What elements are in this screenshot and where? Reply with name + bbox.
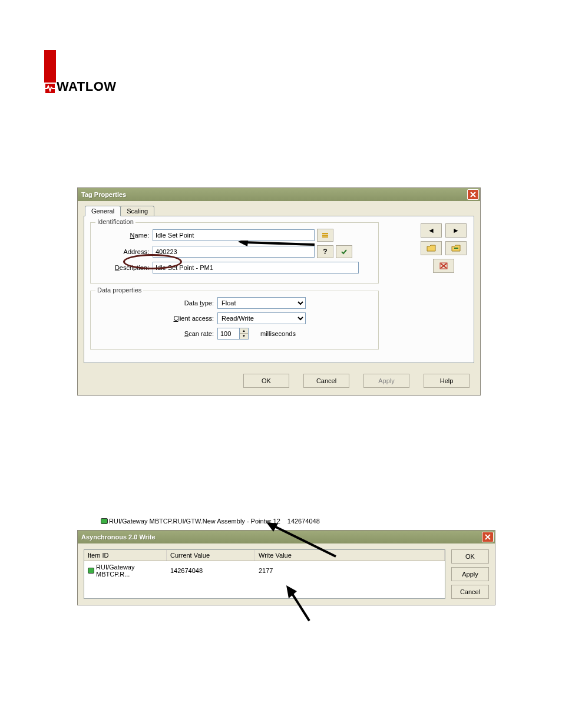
async-write-dialog: Asynchronous 2.0 Write Item ID Current V… (77, 530, 495, 605)
data-properties-legend: Data properties (95, 286, 143, 294)
dialog-title: Tag Properties (81, 191, 126, 198)
tab-general[interactable]: General (85, 206, 121, 216)
tree-path: RUI/Gateway MBTCP.RUI/GTW.New Assembly -… (109, 518, 280, 525)
cell-write-value[interactable]: 2177 (255, 562, 445, 579)
name-hint-button[interactable] (317, 229, 333, 242)
svg-line-3 (244, 242, 315, 245)
col-current-value[interactable]: Current Value (167, 550, 255, 561)
tag-icon (88, 568, 94, 574)
tag-properties-dialog: Tag Properties General Scaling Identific… (77, 187, 481, 396)
cell-current-value: 142674048 (167, 562, 255, 579)
triangle-right-icon: ► (452, 226, 459, 235)
address-help-button[interactable]: ? (317, 245, 333, 258)
write-list: Item ID Current Value Write Value RUI/Ga… (84, 549, 445, 599)
tab-panel-general: Identification Name: Address: ? (84, 216, 474, 363)
name-input[interactable] (153, 229, 315, 241)
close-button[interactable] (467, 189, 479, 200)
list-row[interactable]: RUI/Gateway MBTCP.R... 142674048 2177 (84, 561, 445, 580)
svg-rect-2 (322, 236, 328, 238)
dialog2-title: Asynchronous 2.0 Write (81, 533, 156, 541)
spinner-up-icon[interactable]: ▲ (240, 328, 248, 334)
col-item-id[interactable]: Item ID (84, 550, 167, 561)
spinner-down-icon[interactable]: ▼ (240, 334, 248, 339)
close-button-2[interactable] (482, 532, 494, 542)
dialog2-button-column: OK Apply Cancel (451, 549, 489, 599)
scan-rate-spinner[interactable]: ▲ ▼ (217, 328, 249, 340)
nav-button-group: ◄ ► (421, 223, 467, 273)
new-folder-button[interactable] (421, 241, 442, 255)
client-access-label: Client access: (97, 315, 217, 322)
folder-copy-icon (451, 245, 461, 252)
brand-logo: WATLOW (44, 50, 117, 94)
data-type-select[interactable]: Float (217, 297, 306, 309)
ok-button[interactable]: OK (243, 374, 289, 388)
dialog-footer: OK Cancel Apply Help (78, 368, 480, 395)
copy-folder-button[interactable] (445, 241, 467, 255)
svg-rect-1 (322, 235, 328, 236)
address-check-button[interactable] (336, 245, 352, 258)
dialog-titlebar[interactable]: Tag Properties (78, 188, 480, 201)
folder-icon (427, 245, 436, 252)
identification-legend: Identification (95, 218, 135, 225)
apply-button-2[interactable]: Apply (451, 567, 489, 581)
delete-button[interactable] (433, 259, 454, 273)
svg-rect-0 (322, 233, 328, 234)
list-header: Item ID Current Value Write Value (84, 550, 445, 561)
tree-item[interactable]: RUI/Gateway MBTCP.RUI/GTW.New Assembly -… (101, 518, 320, 525)
apply-button[interactable]: Apply (363, 374, 409, 388)
identification-group: Identification Name: Address: ? (90, 222, 379, 284)
description-input[interactable] (153, 262, 359, 274)
prev-button[interactable]: ◄ (421, 223, 442, 238)
dialog2-titlebar[interactable]: Asynchronous 2.0 Write (78, 531, 495, 543)
brand-text: WATLOW (57, 79, 117, 94)
logo-pulse-icon (44, 83, 56, 94)
col-write-value[interactable]: Write Value (255, 550, 445, 561)
next-button[interactable]: ► (445, 223, 467, 238)
address-input[interactable] (153, 246, 315, 258)
cancel-button-2[interactable]: Cancel (451, 585, 489, 599)
tab-strip: General Scaling (85, 206, 474, 216)
tree-value: 142674048 (287, 518, 320, 525)
help-button[interactable]: Help (424, 374, 470, 388)
tag-icon (101, 518, 108, 524)
name-label: Name: (97, 232, 153, 239)
client-access-select[interactable]: Read/Write (217, 312, 306, 324)
tab-scaling[interactable]: Scaling (120, 206, 154, 216)
triangle-left-icon: ◄ (428, 226, 435, 235)
cancel-button[interactable]: Cancel (303, 374, 349, 388)
data-properties-group: Data properties Data type: Float Client … (90, 291, 379, 350)
description-label: Description: (97, 264, 153, 271)
delete-icon (439, 262, 448, 269)
ok-button-2[interactable]: OK (451, 549, 489, 564)
scan-rate-unit: milliseconds (260, 330, 296, 337)
data-type-label: Data type: (97, 299, 217, 307)
address-label: Address: (97, 248, 153, 255)
cell-item-id: RUI/Gateway MBTCP.R... (84, 562, 167, 579)
scan-rate-label: Scan rate: (97, 330, 217, 337)
scan-rate-input[interactable] (218, 328, 239, 339)
